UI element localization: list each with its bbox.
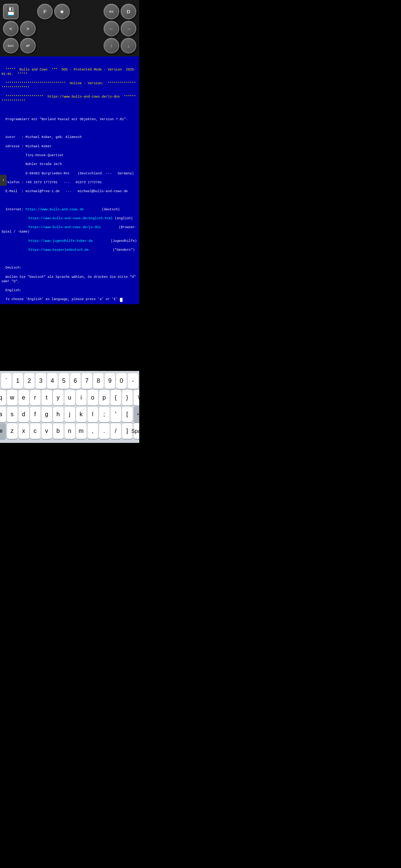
dos-terminal: › ***** Bulls and Cows *** DOS - Protect… [0,56,139,304]
left-arrow-button[interactable]: < [3,21,19,36]
key-l[interactable]: l [88,407,98,422]
right-arrow-button[interactable]: > [20,21,36,36]
nav-up-button[interactable]: ↑ [104,38,119,53]
middle-row-left: < > [3,21,70,36]
key-b[interactable]: b [53,423,63,439]
address-line9: Tiny-House-Quartier [6,154,64,157]
esc-button[interactable]: ESC [3,38,19,53]
nav-left-button[interactable]: ← [104,21,119,36]
key-v[interactable]: v [42,423,52,439]
key-o[interactable]: o [88,390,98,405]
key-semicolon[interactable]: ; [99,407,110,422]
key-5[interactable]: 5 [59,373,69,389]
top-row-right: BS D [104,4,136,19]
key-quote[interactable]: ' [111,407,121,422]
autor-label: Autor : [6,135,26,139]
url-1-extra: (deutsch) [84,208,120,211]
key-n[interactable]: n [65,423,75,439]
key-j[interactable]: j [65,407,75,422]
english-label: English: [6,289,22,292]
key-9[interactable]: 9 [105,373,115,389]
keyboard-row-4: ⊞ z x c v b n m , . / ] Space [1,423,138,439]
telefon-value: +49 1573 1772781 --- 01573 1772781 [26,181,102,184]
url-4-extra: (Jugendhilfe) [93,239,137,243]
key-h[interactable]: h [53,407,63,422]
key-s[interactable]: s [7,407,17,422]
key-d[interactable]: d [19,407,29,422]
key-backtick[interactable]: ` [1,373,12,389]
key-w[interactable]: w [7,390,17,405]
key-k[interactable]: k [76,407,87,422]
key-t[interactable]: t [42,390,52,405]
key-y[interactable]: y [53,390,63,405]
key-x[interactable]: x [19,423,29,439]
d-button[interactable]: D [121,4,136,19]
keyboard-row-3: a s d f g h j k l ; ' [ ↵ [1,407,138,422]
email-value: michael@free-1.de --- michael@bulls-and-… [26,190,128,193]
save-button[interactable]: 💾 [3,4,19,19]
keyboard: ESC ` 1 2 3 4 5 6 7 8 9 0 - = q w e r t … [0,371,139,443]
key-2[interactable]: 2 [24,373,35,389]
key-rbracket[interactable]: ] [122,423,133,439]
f-button[interactable]: F [37,4,53,19]
key-c[interactable]: c [30,423,40,439]
key-0[interactable]: 0 [116,373,127,389]
key-f[interactable]: f [30,407,40,422]
key-period[interactable]: . [99,423,110,439]
key-4[interactable]: 4 [47,373,58,389]
key-8[interactable]: 8 [93,373,104,389]
key-1[interactable]: 1 [13,373,23,389]
email-label: E-Mail : [6,190,26,193]
address-line11: D-88483 Burgrieden-Rot (Deutschland --- … [6,172,134,175]
key-u[interactable]: u [65,390,75,405]
url-5-extra: ("Gendern") [89,248,135,252]
key-6[interactable]: 6 [70,373,81,389]
key-slash[interactable]: / [111,423,121,439]
black-area [0,304,139,371]
key-q[interactable]: q [0,390,6,405]
key-lbracket[interactable]: [ [122,407,133,422]
key-m[interactable]: m [76,423,87,439]
key-minus[interactable]: - [128,373,138,389]
url-5[interactable]: https://www.kasperledeutsch.de [29,248,89,252]
key-comma[interactable]: , [88,423,98,439]
sidebar-toggle[interactable]: › [0,175,7,186]
key-3[interactable]: 3 [36,373,46,389]
key-7[interactable]: 7 [82,373,92,389]
key-special-grid[interactable]: ⊞ [0,423,6,439]
stars-line3: ******************* https://www.bulls-an… [1,95,136,103]
left-controls: 💾 F ● < > ESC ↵ [3,4,70,53]
deutsch-label: Deutsch: [6,266,22,270]
url-1[interactable]: https://www.bulls-and-cows.de [26,208,84,211]
bs-button[interactable]: BS [104,4,119,19]
key-rbrace[interactable]: } [122,390,133,405]
key-r[interactable]: r [30,390,40,405]
enter-button[interactable]: ↵ [20,38,36,53]
url-2[interactable]: https://www.bulls-and-cows.de/english.ht… [29,217,113,220]
key-space[interactable]: Space [134,423,140,439]
key-lbrace[interactable]: { [111,390,121,405]
internet-label: Internet: [6,208,26,211]
keyboard-row-1: ESC ` 1 2 3 4 5 6 7 8 9 0 - = [1,373,138,389]
key-p[interactable]: p [99,390,110,405]
nav-down-button[interactable]: ↓ [121,38,136,53]
url-3[interactable]: https://www.bulls-and-cows.de/js-dos [29,226,101,229]
top-row-left: 💾 F ● [3,4,70,19]
key-e[interactable]: e [19,390,29,405]
english-instruction: To choose 'English' as language, please … [6,297,120,301]
url-2-extra: (english) [113,217,133,220]
circle-button[interactable]: ● [54,4,70,19]
key-g[interactable]: g [42,407,52,422]
deutsch-instruction: Wollen Sie "Deutsch" als Sprache wählen,… [1,275,138,283]
controls-area: 💾 F ● < > ESC ↵ [0,0,139,56]
key-i[interactable]: i [76,390,87,405]
key-a[interactable]: a [0,407,6,422]
key-backslash[interactable]: \ [134,390,140,405]
key-z[interactable]: z [7,423,17,439]
url-4[interactable]: https://www.jugendhilfe-kober.de [29,239,93,243]
key-enter[interactable]: ↵ [134,407,140,422]
bottom-row-right: ↑ ↓ [104,38,136,53]
title-line: ***** Bulls and Cows *** DOS - Protected… [1,68,136,76]
nav-right-button[interactable]: → [121,21,136,36]
address-line10: Bühler Straße 34/9 [6,162,62,166]
